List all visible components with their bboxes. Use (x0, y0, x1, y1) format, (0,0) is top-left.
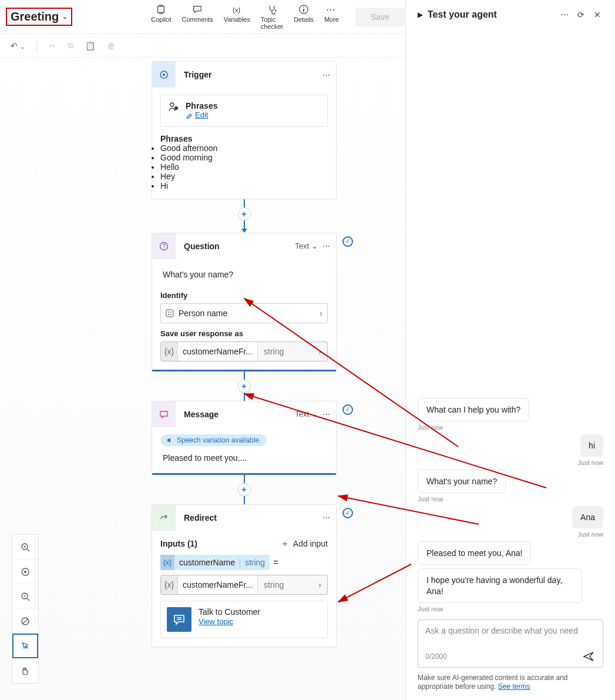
svg-text:{x}: {x} (233, 5, 241, 13)
phrases-summary[interactable]: Phrases Edit (160, 95, 328, 127)
svg-point-3 (303, 6, 304, 8)
talk-to-customer[interactable]: Talk to Customer View topic (160, 601, 328, 638)
add-node-button[interactable]: + (238, 380, 251, 393)
see-terms-link[interactable]: See terms (498, 682, 530, 691)
hdr-details[interactable]: Details (294, 4, 314, 30)
close-icon[interactable]: ✕ (592, 10, 603, 19)
bot-message: What can I help you with? (418, 398, 529, 421)
disclaimer: Make sure AI-generated content is accura… (418, 674, 603, 692)
delete-button[interactable]: 🗑 (107, 41, 115, 51)
svg-point-15 (170, 314, 172, 315)
speech-icon (166, 437, 173, 444)
copilot-icon (156, 4, 166, 15)
variables-icon: {x} (231, 4, 242, 15)
svg-point-14 (168, 314, 169, 315)
cut-button[interactable]: ✂ (49, 41, 56, 51)
save-as-label: Save user response as (160, 329, 328, 338)
hdr-topic-checker[interactable]: Topic checker (261, 4, 284, 30)
paste-button[interactable]: 📋 (85, 41, 95, 51)
variable-icon: {x} (161, 342, 177, 361)
chevron-right-icon: › (312, 347, 327, 356)
user-message: hi (580, 434, 603, 457)
refresh-icon[interactable]: ⟳ (575, 10, 587, 19)
message-card[interactable]: Message Text ⌄ ⋯ Speech variation availa… (152, 401, 337, 475)
view-topic-link[interactable]: View topic (199, 617, 233, 626)
save-button[interactable]: Save (355, 8, 405, 26)
chat-area: What can I help you with? Just now hi Ju… (418, 20, 603, 616)
hdr-copilot[interactable]: Copilot (151, 4, 171, 30)
more-icon[interactable]: ⋯ (322, 242, 330, 250)
comment-icon (192, 4, 203, 15)
more-icon[interactable]: ⋯ (322, 410, 330, 418)
zoom-reset-button[interactable] (12, 609, 38, 634)
phrase-item: Hi (160, 181, 328, 190)
timestamp: Just now (578, 459, 603, 466)
question-prompt: What's your name? (160, 266, 328, 285)
redirect-title: Redirect (176, 513, 322, 523)
text-type-dropdown[interactable]: Text ⌄ (295, 410, 318, 418)
info-icon (298, 4, 309, 15)
topic-title-label: Greeting (11, 10, 59, 24)
phrase-item: Hey (160, 172, 328, 181)
check-icon: ✓ (342, 404, 353, 415)
cursor-select-button[interactable] (12, 634, 38, 658)
hdr-variables[interactable]: {x} Variables (224, 4, 250, 30)
svg-text:?: ? (162, 243, 166, 250)
zoom-in-button[interactable] (12, 535, 38, 560)
collapse-icon[interactable]: ▶ (418, 11, 423, 19)
phrases-label: Phrases (186, 101, 217, 110)
speech-chip[interactable]: Speech variation available. (160, 434, 267, 446)
more-icon[interactable]: ⋯ (322, 513, 330, 522)
copy-button[interactable]: ⧉ (68, 41, 73, 51)
stethoscope-icon (267, 4, 277, 15)
undo-button[interactable]: ↶ ⌄ (11, 41, 25, 51)
more-icon[interactable]: ⋯ (559, 10, 570, 19)
entity-icon (166, 309, 174, 317)
output-var-select[interactable]: {x} customerNameFr... string › (160, 575, 328, 595)
svg-point-13 (170, 312, 172, 313)
svg-rect-11 (166, 310, 173, 317)
add-node-button[interactable]: + (238, 483, 251, 496)
edit-phrases-link[interactable]: Edit (186, 110, 208, 119)
person-icon (168, 101, 180, 113)
add-node-button[interactable]: + (238, 207, 251, 220)
composer-placeholder: Ask a question or describe what you need (425, 626, 596, 649)
chevron-right-icon: › (312, 580, 327, 590)
sub-toolbar: ↶ ⌄ ✂ ⧉ 📋 🗑 (0, 34, 405, 58)
question-icon: ? (152, 233, 176, 259)
pan-hand-button[interactable] (12, 658, 38, 683)
more-icon: ⋯ (326, 4, 337, 15)
topic-title-button[interactable]: Greeting ⌄ (6, 8, 72, 26)
bot-message: I hope you're having a wonderful day, An… (418, 568, 582, 602)
phrase-item: Good afternoon (160, 143, 328, 153)
chevron-down-icon: ⌄ (311, 242, 318, 250)
trigger-card[interactable]: Trigger ⋯ Phrases Edit Phrases Good afte… (152, 61, 337, 199)
zoom-controls (12, 534, 39, 684)
bot-message: What's your name? (418, 470, 506, 493)
char-counter: 0/2000 (425, 652, 447, 661)
question-card[interactable]: ? Question Text ⌄ ⋯ What's your name? Id… (152, 233, 337, 371)
input-var-tag[interactable]: {x} customerName string (160, 555, 270, 570)
hdr-comments[interactable]: Comments (182, 4, 213, 30)
svg-point-1 (275, 9, 277, 11)
variable-select[interactable]: {x} customerNameFr... string › (160, 341, 328, 361)
text-type-dropdown[interactable]: Text ⌄ (295, 242, 318, 250)
user-message: Ana (572, 506, 603, 528)
inputs-label: Inputs (1) (160, 539, 197, 548)
composer[interactable]: Ask a question or describe what you need… (418, 619, 603, 668)
authoring-canvas[interactable]: Trigger ⋯ Phrases Edit Phrases Good afte… (0, 58, 405, 700)
svg-point-12 (168, 312, 169, 313)
add-input-button[interactable]: ＋Add input (280, 538, 328, 550)
identify-select[interactable]: Person name › (160, 303, 328, 323)
hdr-more[interactable]: ⋯ More (324, 4, 339, 30)
variable-icon: {x} (161, 575, 177, 594)
variable-icon: {x} (160, 555, 174, 570)
send-button[interactable] (582, 649, 596, 664)
timestamp: Just now (578, 531, 603, 538)
zoom-out-button[interactable] (12, 584, 38, 609)
more-icon[interactable]: ⋯ (322, 71, 330, 79)
phrase-item: Hello (160, 162, 328, 172)
zoom-fit-button[interactable] (12, 560, 38, 584)
redirect-card[interactable]: Redirect ⋯ Inputs (1) ＋Add input {x} cus… (152, 504, 337, 647)
message-icon (152, 401, 176, 427)
